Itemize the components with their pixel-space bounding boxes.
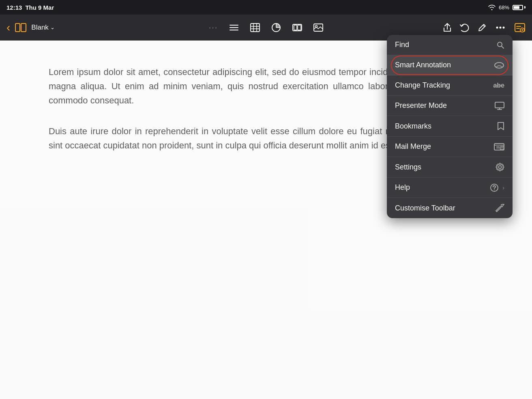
svg-rect-14: [294, 25, 297, 30]
chart-icon[interactable]: [271, 23, 281, 32]
more-icon[interactable]: [495, 23, 506, 32]
menu-item-smart-annotation[interactable]: Smart Annotation: [387, 55, 513, 75]
search-icon: [496, 41, 504, 49]
menu-item-help-right: ›: [490, 184, 504, 192]
menu-item-change-tracking[interactable]: Change Tracking abe: [387, 75, 513, 96]
status-bar: 12:13 Thu 9 Mar 68%: [0, 0, 532, 15]
document-view-icon[interactable]: [15, 23, 26, 32]
menu-item-bookmarks[interactable]: Bookmarks: [387, 116, 513, 137]
menu-item-mail-merge-label: Mail Merge: [395, 142, 431, 151]
svg-point-20: [500, 26, 502, 28]
pencil-icon[interactable]: [478, 23, 487, 32]
svg-point-43: [494, 189, 495, 190]
toolbar-left: ‹ Blank ⌄: [6, 21, 96, 34]
svg-point-41: [499, 166, 502, 169]
svg-rect-5: [251, 24, 260, 32]
gallery-icon[interactable]: [292, 23, 302, 32]
toolbar-right: [436, 23, 526, 32]
table-icon[interactable]: [250, 23, 260, 32]
change-tracking-icon: abe: [493, 82, 504, 89]
svg-rect-15: [298, 25, 301, 30]
share-icon[interactable]: [443, 23, 452, 32]
svg-point-30: [495, 62, 504, 68]
doc-title[interactable]: Blank ⌄: [31, 24, 55, 32]
menu-item-find-right: [496, 41, 504, 49]
battery-icon: [513, 5, 526, 10]
menu-item-find-label: Find: [395, 41, 409, 49]
presenter-mode-icon: [495, 102, 504, 110]
status-time: 12:13: [6, 4, 22, 11]
svg-point-25: [521, 29, 523, 31]
menu-item-change-tracking-right: abe: [493, 82, 504, 89]
status-bar-right: 68%: [488, 4, 526, 11]
menu-item-bookmarks-right: [497, 122, 504, 131]
menu-item-mail-merge-right: [494, 143, 504, 151]
menu-item-customise-toolbar[interactable]: Customise Toolbar: [387, 198, 513, 218]
menu-item-settings-right: [496, 163, 504, 172]
status-bar-left: 12:13 Thu 9 Mar: [6, 4, 54, 11]
svg-rect-31: [495, 102, 504, 108]
wifi-icon: [488, 4, 496, 10]
back-button[interactable]: ‹: [6, 21, 10, 34]
menu-item-find[interactable]: Find: [387, 35, 513, 55]
svg-point-19: [496, 26, 498, 28]
menu-item-help-label: Help: [395, 183, 410, 192]
menu-item-settings[interactable]: Settings: [387, 157, 513, 178]
menu-item-settings-label: Settings: [395, 163, 421, 172]
menu-item-presenter-mode[interactable]: Presenter Mode: [387, 96, 513, 116]
doc-title-chevron: ⌄: [50, 24, 55, 30]
image-icon[interactable]: [313, 23, 323, 32]
menu-item-smart-annotation-right: [494, 61, 504, 69]
status-date: Thu 9 Mar: [25, 4, 54, 11]
track-changes-icon[interactable]: [514, 23, 526, 32]
toolbar-center: ···: [96, 23, 436, 32]
help-icon: [490, 184, 498, 192]
svg-line-29: [502, 46, 504, 48]
dropdown-menu: Find Smart Annotation Change Track: [387, 35, 513, 218]
svg-point-21: [503, 26, 505, 28]
smart-annotation-icon: [494, 61, 504, 69]
svg-rect-0: [15, 24, 20, 32]
menu-item-mail-merge[interactable]: Mail Merge: [387, 137, 513, 157]
wrench-icon: [496, 204, 504, 212]
toolbar-center-dots: ···: [209, 23, 218, 32]
undo-icon[interactable]: [460, 23, 470, 32]
svg-rect-1: [21, 24, 26, 32]
menu-item-bookmarks-label: Bookmarks: [395, 122, 431, 131]
list-icon[interactable]: [229, 24, 239, 32]
bookmark-icon: [497, 122, 504, 131]
battery-percent: 68%: [499, 4, 509, 11]
mail-merge-icon: [494, 143, 504, 151]
gear-icon: [496, 163, 504, 172]
menu-item-change-tracking-label: Change Tracking: [395, 81, 450, 90]
menu-item-smart-annotation-label: Smart Annotation: [395, 61, 451, 69]
menu-item-help[interactable]: Help ›: [387, 178, 513, 198]
menu-item-customise-toolbar-label: Customise Toolbar: [395, 204, 455, 212]
help-chevron-icon: ›: [502, 184, 504, 191]
menu-item-customise-toolbar-right: [496, 204, 504, 212]
menu-item-presenter-mode-right: [495, 102, 504, 110]
doc-title-text: Blank: [31, 24, 49, 32]
menu-item-presenter-mode-label: Presenter Mode: [395, 101, 447, 110]
